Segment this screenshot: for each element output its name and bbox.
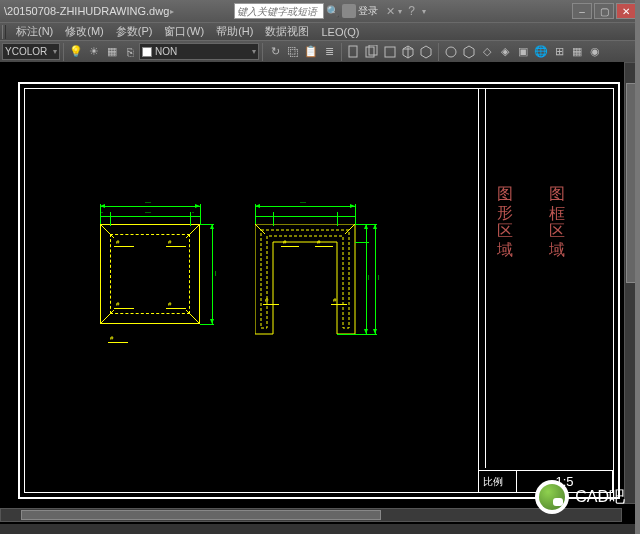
menu-bar: 标注(N) 修改(M) 参数(P) 窗口(W) 帮助(H) 数据视图 LEO(Q… (0, 22, 640, 40)
menu-window[interactable]: 窗口(W) (160, 24, 208, 39)
doc3-icon[interactable] (381, 43, 399, 61)
cube2-icon[interactable] (417, 43, 435, 61)
layers-icon[interactable]: ≣ (320, 43, 338, 61)
svg-line-5 (100, 224, 114, 238)
menu-dataview[interactable]: 数据视图 (261, 24, 313, 39)
user-icon[interactable] (342, 4, 356, 18)
title-left-text: 图形区域 (494, 174, 515, 246)
window-edge (635, 0, 640, 534)
color-select[interactable]: YCOLOR▾ (2, 43, 60, 60)
sun-icon[interactable]: ☀ (85, 43, 103, 61)
paste-icon[interactable]: 📋 (302, 43, 320, 61)
scale-label: 比例 (479, 471, 517, 492)
cube-icon[interactable] (399, 43, 417, 61)
search-input[interactable] (234, 3, 324, 19)
linetype-select[interactable]: NON ▾ (139, 43, 259, 60)
link-icon[interactable]: ⎘ (121, 43, 139, 61)
dropdown-arrow-icon[interactable]: ▾ (422, 7, 426, 16)
watermark-text: CAD吧 (575, 487, 625, 508)
drawing-canvas[interactable]: 图形区域 图框区域 比例 1:5 (0, 62, 640, 524)
refresh-icon[interactable]: ↻ (266, 43, 284, 61)
svg-line-7 (100, 310, 114, 324)
menu-dimension[interactable]: 标注(N) (12, 24, 57, 39)
watermark-logo-icon (535, 480, 569, 514)
tool-d-icon[interactable]: ▦ (568, 43, 586, 61)
hex-icon[interactable] (460, 43, 478, 61)
tool-a-icon[interactable]: ◇ (478, 43, 496, 61)
menu-leo[interactable]: LEO(Q) (317, 26, 363, 38)
svg-line-10 (345, 224, 355, 234)
search-icon[interactable]: 🔍 (326, 5, 340, 18)
tool-e-icon[interactable]: ◉ (586, 43, 604, 61)
scrollbar-thumb[interactable] (21, 510, 381, 520)
section-right: # # # # (255, 224, 365, 346)
dropdown-arrow-icon[interactable]: ▸ (170, 7, 174, 16)
title-right-text: 图框区域 (546, 174, 567, 246)
doc2-icon[interactable] (363, 43, 381, 61)
horizontal-scrollbar[interactable] (0, 508, 622, 522)
svg-line-9 (255, 224, 265, 234)
swatch-icon (142, 47, 152, 57)
menu-modify[interactable]: 修改(M) (61, 24, 108, 39)
svg-point-4 (446, 47, 456, 57)
bulb-icon[interactable]: 💡 (67, 43, 85, 61)
svg-line-6 (186, 224, 200, 238)
svg-rect-3 (385, 47, 395, 57)
layer-icon[interactable]: ▦ (103, 43, 121, 61)
globe-icon[interactable]: 🌐 (532, 43, 550, 61)
help-icon[interactable]: ? (408, 4, 415, 18)
tool-b-icon[interactable]: ◈ (496, 43, 514, 61)
tool-c-icon[interactable]: ▣ (514, 43, 532, 61)
login-link[interactable]: 登录 (358, 4, 378, 18)
section-left-diagonals (100, 224, 200, 324)
doc-icon[interactable] (345, 43, 363, 61)
mesh-icon[interactable]: ⊞ (550, 43, 568, 61)
maximize-button[interactable]: ▢ (594, 3, 614, 19)
paper-inner-frame: 图形区域 图框区域 比例 1:5 (24, 88, 614, 493)
svg-line-8 (186, 310, 200, 324)
circle-icon[interactable] (442, 43, 460, 61)
minimize-button[interactable]: – (572, 3, 592, 19)
menu-handle-icon[interactable] (2, 25, 6, 39)
menu-param[interactable]: 参数(P) (112, 24, 157, 39)
title-block: 图形区域 图框区域 比例 1:5 (478, 89, 613, 492)
menu-help[interactable]: 帮助(H) (212, 24, 257, 39)
title-bar: \20150708-ZHIHUDRAWING.dwg ▸ 🔍 登录 ✕ ▾ ? … (0, 0, 640, 22)
svg-rect-0 (349, 46, 357, 57)
close-button[interactable]: ✕ (616, 3, 636, 19)
watermark: CAD吧 (535, 480, 625, 514)
filename: \20150708-ZHIHUDRAWING.dwg (4, 5, 169, 17)
exchange-icon[interactable]: ✕ (386, 5, 395, 18)
toolbar: YCOLOR▾ 💡 ☀ ▦ ⎘ NON ▾ ↻ ⿻ 📋 ≣ ◇ ◈ ▣ 🌐 ⊞ … (0, 40, 640, 62)
copy-icon[interactable]: ⿻ (284, 43, 302, 61)
dropdown-arrow-icon[interactable]: ▾ (398, 7, 402, 16)
